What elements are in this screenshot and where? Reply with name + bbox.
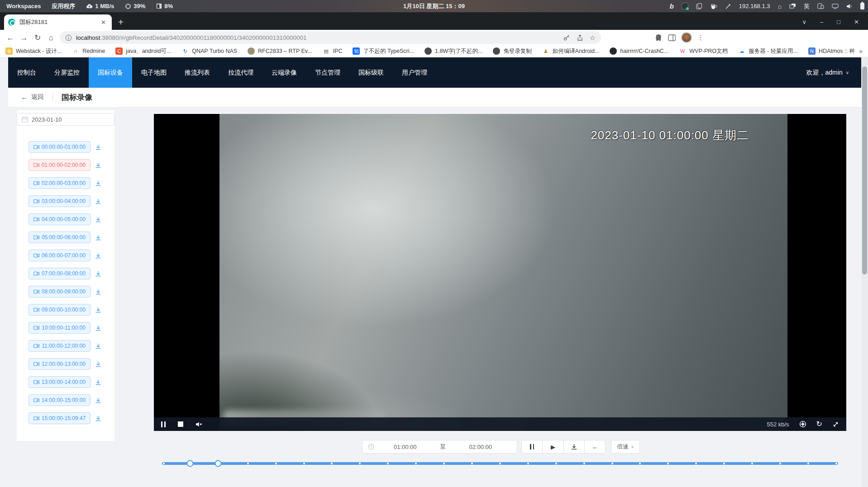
- nav-tab[interactable]: 国标设备: [89, 57, 132, 88]
- speed-dropdown[interactable]: 倍速 ∨: [611, 440, 640, 454]
- recording-segment-button[interactable]: 06:00:00-07:00:00: [29, 250, 91, 261]
- password-key-icon[interactable]: [563, 34, 570, 41]
- extensions-puzzle-icon[interactable]: [655, 34, 663, 42]
- pause-icon[interactable]: [161, 421, 166, 427]
- fullscreen-icon[interactable]: [832, 421, 839, 428]
- extension-icon[interactable]: [606, 33, 614, 42]
- download-recording-button[interactable]: [95, 180, 101, 186]
- bookmarks-overflow-icon[interactable]: »: [854, 47, 863, 55]
- tab-close-icon[interactable]: ✕: [99, 18, 108, 27]
- download-recording-button[interactable]: [95, 307, 101, 313]
- bookmark-item[interactable]: RFC2833 – RTP Ev...: [248, 47, 312, 55]
- recording-segment-button[interactable]: 03:00:00-04:00:00: [29, 195, 91, 207]
- refresh-icon[interactable]: ↻: [816, 421, 822, 428]
- display-tray-icon[interactable]: [832, 4, 839, 9]
- clipboard-icon[interactable]: [696, 3, 702, 9]
- download-recording-button[interactable]: [95, 199, 101, 204]
- extension-icon[interactable]: [618, 33, 626, 42]
- bookmark-item[interactable]: ∩ Redmine: [72, 47, 105, 55]
- snapshot-aperture-icon[interactable]: [799, 421, 806, 428]
- download-recording-button[interactable]: [95, 361, 101, 367]
- recording-segment-button[interactable]: 13:00:00-14:00:00: [29, 376, 91, 388]
- recording-segment-button[interactable]: 15:00:00-15:09:47: [29, 412, 91, 424]
- download-button[interactable]: [563, 440, 584, 453]
- nav-tab[interactable]: 推流列表: [176, 57, 219, 88]
- window-close-button[interactable]: ✕: [854, 19, 859, 25]
- seek-start-button[interactable]: ←: [584, 440, 605, 453]
- phone-link-icon[interactable]: [817, 3, 824, 9]
- home-button[interactable]: ⌂: [44, 34, 58, 42]
- time-range-input[interactable]: 01:00:00 至 02:00:00: [362, 440, 517, 454]
- recording-segment-button[interactable]: 11:00:00-12:00:00: [29, 340, 91, 352]
- recording-segment-button[interactable]: 12:00:00-13:00:00: [29, 358, 91, 370]
- download-recording-button[interactable]: [95, 144, 101, 150]
- user-menu[interactable]: 欢迎，admin ∨: [806, 69, 861, 77]
- download-recording-button[interactable]: [95, 416, 101, 421]
- recording-segment-button[interactable]: 07:00:00-08:00:00: [29, 268, 91, 279]
- download-recording-button[interactable]: [95, 343, 101, 349]
- ip-address[interactable]: 192.168.1.3: [739, 3, 770, 9]
- extension-icon[interactable]: [642, 33, 650, 42]
- forward-button[interactable]: →: [17, 34, 31, 42]
- video-player[interactable]: 2023-01-10 01:00:00 星期二 552 kb/s ↻: [154, 114, 846, 431]
- download-recording-button[interactable]: [95, 289, 101, 295]
- recording-segment-button[interactable]: 08:00:00-09:00:00: [29, 286, 91, 298]
- color-picker-icon[interactable]: [725, 3, 731, 9]
- recording-segment-button[interactable]: 10:00:00-11:00:00: [29, 322, 91, 334]
- bookmark-item[interactable]: C java、android可...: [115, 47, 171, 55]
- timeline-handle[interactable]: [215, 460, 222, 467]
- bookmark-item[interactable]: ☁ 服务器 - 轻量应用...: [738, 47, 798, 55]
- bookmark-star-icon[interactable]: ☆: [590, 34, 596, 41]
- recording-segment-button[interactable]: 14:00:00-15:00:00: [29, 394, 91, 406]
- recording-segment-button[interactable]: 00:00:00-01:00:00: [29, 141, 91, 153]
- site-info-icon[interactable]: [65, 34, 72, 41]
- download-recording-button[interactable]: [95, 253, 101, 259]
- nav-tab[interactable]: 用户管理: [393, 57, 436, 88]
- bookmark-item[interactable]: N HDAtmos :: 种子 *...: [808, 47, 854, 55]
- side-panel-icon[interactable]: [668, 34, 676, 41]
- reload-button[interactable]: ↻: [31, 34, 44, 42]
- volume-tray-icon[interactable]: [846, 4, 853, 9]
- download-recording-button[interactable]: [95, 217, 101, 222]
- back-arrow-icon[interactable]: ←: [21, 93, 28, 101]
- pause-button[interactable]: [522, 440, 542, 453]
- nav-tab[interactable]: 电子地图: [132, 57, 176, 88]
- window-minimize-button[interactable]: –: [820, 19, 823, 25]
- date-picker[interactable]: 2023-01-10: [17, 113, 114, 126]
- address-bar[interactable]: localhost:38080/#/gbRecordDetail/3402000…: [60, 31, 601, 44]
- nav-tab[interactable]: 节点管理: [306, 57, 349, 88]
- stop-icon[interactable]: [178, 421, 183, 427]
- download-recording-button[interactable]: [95, 379, 101, 385]
- share-icon[interactable]: [577, 34, 583, 41]
- clock[interactable]: 1月10日 星期二 15：09: [403, 2, 465, 10]
- language-indicator[interactable]: 英: [804, 2, 810, 10]
- download-recording-button[interactable]: [95, 397, 101, 403]
- home-tray-icon[interactable]: ⌂: [778, 3, 782, 9]
- nav-tab[interactable]: 拉流代理: [219, 57, 262, 88]
- page-scrollbar[interactable]: [861, 57, 868, 487]
- recording-segment-button[interactable]: 05:00:00-06:00:00: [29, 232, 91, 243]
- battery-icon[interactable]: [860, 3, 864, 9]
- workspaces-button[interactable]: Workspaces: [6, 3, 41, 9]
- download-recording-button[interactable]: [95, 162, 101, 168]
- download-recording-button[interactable]: [95, 271, 101, 277]
- volume-muted-icon[interactable]: [196, 421, 203, 427]
- recording-segment-button[interactable]: 01:00:00-02:00:00: [29, 159, 91, 171]
- new-tab-button[interactable]: +: [118, 18, 124, 27]
- back-link[interactable]: 返回: [31, 93, 44, 101]
- bookmark-item[interactable]: W WVP-PRO文档: [679, 47, 728, 55]
- play-button[interactable]: ▶: [542, 440, 563, 453]
- nav-tab[interactable]: 云端录像: [262, 57, 306, 88]
- download-recording-button[interactable]: [95, 325, 101, 331]
- browser-menu-icon[interactable]: ⋮: [697, 33, 704, 42]
- window-maximize-button[interactable]: □: [837, 19, 840, 25]
- coffee-tray-icon[interactable]: [710, 3, 717, 9]
- bookmark-item[interactable]: ♟ 如何编译Android...: [542, 47, 600, 55]
- applications-menu[interactable]: 应用程序: [52, 2, 75, 10]
- bookmark-item[interactable]: ≣ Webstack - 设计...: [5, 47, 62, 55]
- recording-segment-button[interactable]: 09:00:00-10:00:00: [29, 304, 91, 316]
- browser-tab[interactable]: 国标28181 ✕: [4, 14, 112, 30]
- bookmark-item[interactable]: ▤ IPC: [323, 47, 343, 55]
- tab-search-icon[interactable]: ∨: [802, 19, 806, 25]
- extension-icon[interactable]: [630, 33, 638, 42]
